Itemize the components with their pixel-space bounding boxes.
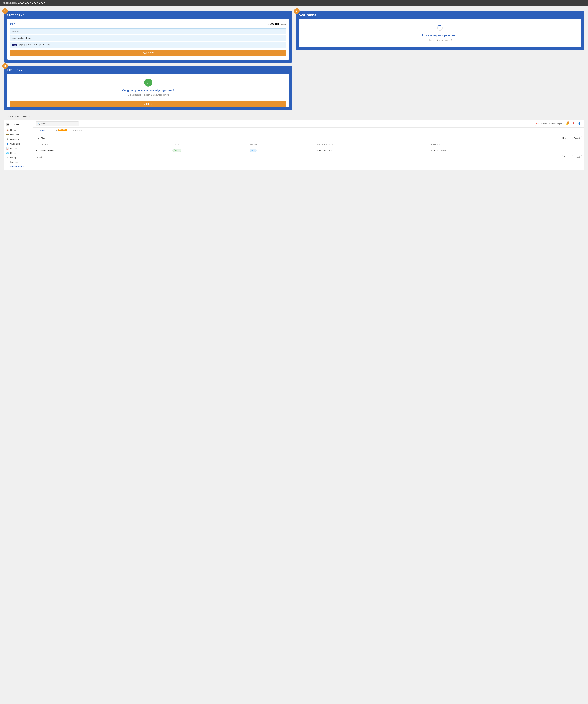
sidebar-item-home-label: Home bbox=[10, 129, 16, 131]
billing-cell: Auto bbox=[247, 147, 315, 154]
steps-row-1: 1 FAST FORMS PRO $35.00 / month Aunt May… bbox=[4, 11, 584, 63]
visa-badge: VISA bbox=[12, 44, 17, 46]
email-field[interactable]: aunt.may@email.com bbox=[10, 35, 286, 41]
plan-name: PRO bbox=[10, 23, 15, 26]
success-subtitle: Log in to the app to start creating your… bbox=[10, 94, 286, 96]
more-options-button[interactable]: ••• bbox=[542, 149, 545, 151]
sidebar-item-reports-label: Reports bbox=[10, 148, 17, 150]
sidebar-item-radar-label: Radar bbox=[10, 152, 16, 154]
sidebar-brand[interactable]: ▦ Tutorials ∨ bbox=[4, 121, 33, 128]
empty-column bbox=[296, 66, 584, 111]
tabs-bar: Current Scheduled TEST DATA Canceled bbox=[33, 128, 584, 134]
payment-form: PRO $35.00 / month Aunt May aunt.may@ema… bbox=[7, 19, 289, 60]
pay-now-button[interactable]: PAY NOW bbox=[10, 50, 286, 56]
card-expiry: 04 / 24 bbox=[39, 44, 45, 46]
price-amount: $35.00 bbox=[268, 22, 279, 26]
notifications-button[interactable]: 🔔 1 bbox=[565, 121, 569, 126]
pricing-plan-label: PRICING PLAN bbox=[317, 143, 331, 145]
sidebar-item-customers[interactable]: 👤 Customers bbox=[4, 141, 33, 146]
sidebar-sub-item-subscriptions[interactable]: Subscriptions bbox=[4, 164, 33, 168]
dashboard-header: 🔍 📢 Feedback about this page? 🔔 1 bbox=[33, 120, 584, 128]
processing-box: Processing your payment... Please wait a… bbox=[299, 19, 581, 47]
top-banner: TESTING 3DS: 4242 4242 4242 4242 bbox=[0, 0, 588, 6]
feedback-button[interactable]: 📢 Feedback about this page? bbox=[535, 122, 563, 126]
tab-current[interactable]: Current bbox=[33, 128, 50, 134]
tab-canceled[interactable]: Canceled bbox=[68, 128, 86, 134]
step-3-number: 3 bbox=[2, 63, 8, 69]
filter-button[interactable]: ▼ Filter bbox=[36, 136, 47, 140]
filter-icon: ▼ bbox=[38, 137, 40, 139]
radar-icon: 🌐 bbox=[6, 152, 9, 154]
name-field[interactable]: Aunt May bbox=[10, 28, 286, 34]
card-number: 4242 4242 4242 4242 bbox=[19, 44, 37, 46]
table-header: CUSTOMER ⇅ STATUS BILLING PRICING PLAN ⇅… bbox=[33, 142, 584, 147]
customer-sort-icon: ⇅ bbox=[47, 143, 48, 145]
test-data-badge: TEST DATA bbox=[58, 128, 67, 131]
search-bar[interactable]: 🔍 bbox=[36, 121, 79, 126]
tab-scheduled[interactable]: Scheduled TEST DATA bbox=[50, 128, 68, 134]
table-row[interactable]: aunt.may@email.com Active Auto Fast Form… bbox=[33, 147, 584, 154]
customer-email: aunt.may@email.com bbox=[33, 147, 170, 154]
toolbar-right: + New ↗ Export bbox=[559, 136, 582, 140]
sidebar-item-home[interactable]: 🏠 Home bbox=[4, 128, 33, 132]
pricing-sort-icon: ⇅ bbox=[331, 143, 333, 145]
pagination-buttons: Previous Next bbox=[562, 155, 582, 159]
step-3-title: FAST FORMS bbox=[7, 69, 289, 72]
export-button[interactable]: ↗ Export bbox=[570, 136, 582, 140]
col-customer[interactable]: CUSTOMER ⇅ bbox=[33, 142, 170, 147]
dashboard-layout: ▦ Tutorials ∨ 🏠 Home 💳 Payments ⬇ Balanc… bbox=[4, 120, 584, 170]
step-3-card: FAST FORMS ✓ Congrats, you've successful… bbox=[4, 66, 292, 111]
sidebar-item-radar[interactable]: 🌐 Radar bbox=[4, 151, 33, 155]
col-pricing-plan[interactable]: PRICING PLAN ⇅ bbox=[315, 142, 429, 147]
card-field[interactable]: VISA 4242 4242 4242 4242 04 / 24 242 424… bbox=[10, 42, 286, 48]
step-3-wrapper: 3 FAST FORMS ✓ Congrats, you've successf… bbox=[4, 66, 292, 111]
more-cell[interactable]: ••• bbox=[540, 147, 584, 154]
card-zip: 42424 bbox=[52, 44, 58, 46]
plan-price: $35.00 / month bbox=[268, 22, 286, 26]
home-icon: 🏠 bbox=[6, 129, 9, 131]
pagination-row: 1 result Previous Next bbox=[33, 154, 584, 161]
sidebar-item-billing[interactable]: ● Billing bbox=[4, 155, 33, 160]
sidebar-item-billing-label: Billing bbox=[10, 157, 16, 159]
feedback-icon: 📢 bbox=[536, 123, 539, 125]
invoices-label: Invoices bbox=[10, 161, 17, 163]
pricing-plan-cell: Fast Forms • Pro bbox=[315, 147, 429, 154]
help-button[interactable]: ❓ bbox=[571, 121, 576, 126]
balances-icon: ⬇ bbox=[6, 138, 9, 140]
billing-icon: ● bbox=[6, 157, 9, 159]
success-icon: ✓ bbox=[144, 78, 152, 86]
processing-subtitle: Please wait a few minutes! bbox=[428, 39, 452, 41]
result-count: 1 result bbox=[36, 156, 42, 158]
sidebar: ▦ Tutorials ∨ 🏠 Home 💳 Payments ⬇ Balanc… bbox=[4, 120, 33, 170]
sidebar-item-reports[interactable]: 📊 Reports bbox=[4, 146, 33, 151]
next-button[interactable]: Next bbox=[574, 155, 582, 159]
price-period: / month bbox=[280, 23, 286, 25]
sidebar-sub-item-invoices[interactable]: Invoices bbox=[4, 160, 33, 164]
feedback-label: Feedback about this page? bbox=[539, 123, 562, 125]
search-input[interactable] bbox=[41, 122, 77, 125]
step-1-title: FAST FORMS bbox=[7, 14, 289, 17]
sidebar-item-payments[interactable]: 💳 Payments bbox=[4, 132, 33, 137]
payments-icon: 💳 bbox=[6, 133, 9, 136]
new-button[interactable]: + New bbox=[559, 136, 569, 140]
profile-button[interactable]: 👤 bbox=[577, 121, 582, 126]
col-billing: BILLING bbox=[247, 142, 315, 147]
card-details: 4242 4242 4242 4242 04 / 24 242 42424 bbox=[19, 44, 284, 46]
table-body: aunt.may@email.com Active Auto Fast Form… bbox=[33, 147, 584, 154]
step-2-number: 2 bbox=[294, 8, 300, 14]
table-toolbar: ▼ Filter + New ↗ Export bbox=[33, 134, 584, 142]
billing-badge: Auto bbox=[250, 149, 257, 152]
testing-label: TESTING 3DS: bbox=[3, 2, 17, 4]
login-button[interactable]: LOG IN bbox=[10, 101, 286, 107]
brand-label: Tutorials bbox=[11, 123, 19, 125]
previous-button[interactable]: Previous bbox=[562, 155, 573, 159]
steps-row-2: 3 FAST FORMS ✓ Congrats, you've successf… bbox=[4, 66, 584, 111]
subscriptions-label: Subscriptions bbox=[10, 165, 23, 167]
loading-spinner bbox=[437, 25, 443, 31]
step-2-card: FAST FORMS Processing your payment... Pl… bbox=[296, 11, 584, 50]
sidebar-item-balances[interactable]: ⬇ Balances bbox=[4, 137, 33, 141]
test-card-number: 4242 4242 4242 4242 bbox=[18, 2, 45, 4]
col-status: STATUS bbox=[170, 142, 247, 147]
brand-chevron: ∨ bbox=[20, 123, 22, 125]
sidebar-item-balances-label: Balances bbox=[10, 138, 18, 140]
